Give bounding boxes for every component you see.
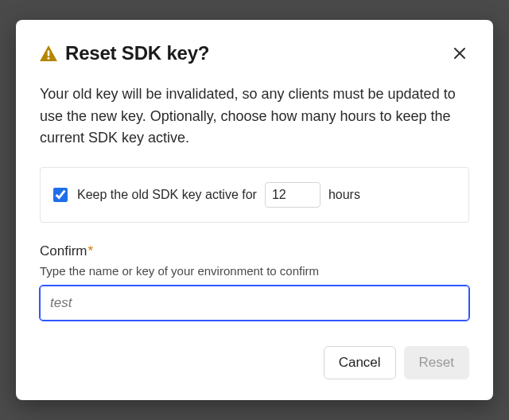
modal-description: Your old key will be invalidated, so any… bbox=[40, 84, 469, 150]
cancel-button[interactable]: Cancel bbox=[324, 346, 396, 379]
reset-button[interactable]: Reset bbox=[404, 346, 469, 379]
reset-sdk-key-modal: Reset SDK key? Your old key will be inva… bbox=[16, 20, 493, 401]
svg-rect-0 bbox=[48, 50, 50, 56]
warning-icon bbox=[40, 45, 57, 61]
hours-input[interactable] bbox=[265, 182, 321, 208]
confirm-section: Confirm* Type the name or key of your en… bbox=[40, 243, 469, 321]
close-button[interactable] bbox=[450, 44, 469, 63]
confirm-input[interactable] bbox=[40, 286, 469, 321]
modal-footer: Cancel Reset bbox=[40, 346, 469, 379]
confirm-label-text: Confirm bbox=[40, 243, 87, 259]
keep-active-label-before: Keep the old SDK key active for bbox=[77, 188, 257, 202]
keep-active-label: Keep the old SDK key active for hours bbox=[77, 182, 360, 208]
confirm-label: Confirm* bbox=[40, 243, 469, 259]
close-icon bbox=[453, 50, 466, 62]
keep-active-option: Keep the old SDK key active for hours bbox=[40, 167, 469, 223]
required-indicator: * bbox=[88, 243, 94, 259]
keep-active-checkbox[interactable] bbox=[53, 188, 68, 202]
confirm-hint: Type the name or key of your environment… bbox=[40, 264, 469, 278]
title-wrap: Reset SDK key? bbox=[40, 42, 209, 64]
modal-header: Reset SDK key? bbox=[40, 42, 469, 64]
modal-title: Reset SDK key? bbox=[65, 42, 209, 64]
keep-active-label-after: hours bbox=[328, 188, 360, 202]
svg-point-1 bbox=[48, 57, 50, 60]
